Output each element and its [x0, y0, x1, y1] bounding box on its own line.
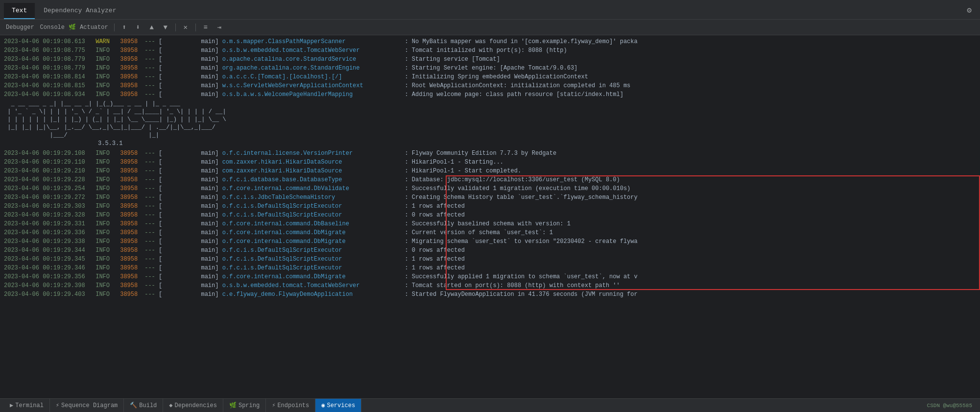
scroll-down-btn[interactable]: ⬇ [132, 22, 144, 33]
status-item-terminal[interactable]: ▶ Terminal [4, 399, 50, 412]
ascii-line-2: | '_ ` _ \| | | | '_ \ / _` | __| / __|_… [4, 108, 976, 116]
tab-text[interactable]: Text [4, 3, 35, 19]
log-line: 2023-04-06 00:19:29.210 INFO 38958 --- [… [0, 167, 980, 175]
log-area: 2023-04-06 00:19:08.613 WARN 38958 --- [… [0, 35, 980, 398]
sep3 [195, 24, 196, 31]
log-line: 2023-04-06 00:19:29.272 INFO 38958 --- [… [0, 193, 980, 202]
settings-icon[interactable]: ⚙ [962, 3, 976, 17]
menu-btn[interactable]: ≡ [200, 22, 212, 33]
log-line: 2023-04-06 00:19:29.403 INFO 38958 --- [… [0, 290, 980, 299]
debugger-label: Debugger [4, 24, 36, 31]
log-line: 2023-04-06 00:19:08.934 INFO 38958 --- [… [0, 90, 980, 99]
console-label: Console [38, 24, 67, 31]
status-bar: ▶ Terminal ⚡ Sequence Diagram 🔨 Build ◆ … [0, 398, 980, 412]
endpoints-label: Endpoints [277, 402, 309, 409]
log-line: 2023-04-06 00:19:08.775 INFO 38958 --- [… [0, 46, 980, 55]
endpoints-icon: ⚡ [272, 402, 275, 409]
prev-btn[interactable]: ▲ [146, 22, 158, 33]
log-line: 2023-04-06 00:19:08.779 INFO 38958 --- [… [0, 55, 980, 64]
log-line: 2023-04-06 00:19:29.108 INFO 38958 --- [… [0, 149, 980, 158]
log-line: 2023-04-06 00:19:29.346 INFO 38958 --- [… [0, 264, 980, 272]
sequence-diagram-label: Sequence Diagram [61, 402, 118, 409]
status-item-build[interactable]: 🔨 Build [124, 399, 163, 412]
log-line: 2023-04-06 00:19:29.344 INFO 38958 --- [… [0, 246, 980, 255]
align-btn[interactable]: ⇥ [214, 22, 225, 33]
log-line: 2023-04-06 00:19:08.815 INFO 38958 --- [… [0, 81, 980, 90]
next-btn[interactable]: ▼ [160, 22, 171, 33]
build-icon: 🔨 [130, 402, 137, 409]
log-line: 2023-04-06 00:19:29.303 INFO 38958 --- [… [0, 202, 980, 211]
ascii-line-4: |_| |_| |_|\__, |_.__/ \__,_|\__|_|___/ … [4, 123, 976, 131]
status-item-spring[interactable]: 🌿 Spring [223, 399, 266, 412]
log-line: 2023-04-06 00:19:29.398 INFO 38958 --- [… [0, 281, 980, 290]
close-btn[interactable]: ✕ [180, 22, 191, 33]
terminal-icon: ▶ [10, 402, 13, 409]
ascii-line-5: |___/ |_| [4, 131, 976, 139]
log-line: 2023-04-06 00:19:29.110 INFO 38958 --- [… [0, 158, 980, 167]
log-line: 2023-04-06 00:19:29.331 INFO 38958 --- [… [0, 219, 980, 228]
terminal-label: Terminal [15, 402, 44, 409]
ascii-art-area: _ __ ___ _ _| |__ __ _| |_(_)___ _ __ | … [0, 99, 980, 140]
version-line: 3.5.3.1 [0, 140, 980, 149]
build-label: Build [139, 402, 157, 409]
ascii-line-1: _ __ ___ _ _| |__ __ _| |_(_)___ _ __ | … [4, 100, 976, 108]
log-line: 2023-04-06 00:19:29.336 INFO 38958 --- [… [0, 228, 980, 237]
log-line: 2023-04-06 00:19:29.328 INFO 38958 --- [… [0, 211, 980, 219]
main-content: 2023-04-06 00:19:08.613 WARN 38958 --- [… [0, 35, 980, 398]
log-line: 2023-04-06 00:19:29.345 INFO 38958 --- [… [0, 255, 980, 264]
spring-label: Spring [239, 402, 260, 409]
actuator-label: Actuator [78, 24, 110, 31]
toolbar: Debugger Console 🌿 Actuator ⬆ ⬇ ▲ ▼ ✕ ≡ … [0, 20, 980, 35]
log-line: 2023-04-06 00:19:29.356 INFO 38958 --- [… [0, 272, 980, 281]
status-item-sequence-diagram[interactable]: ⚡ Sequence Diagram [50, 399, 124, 412]
spring-icon: 🌿 [229, 402, 237, 409]
status-right-text: CSDN @wu@55585 [923, 403, 976, 409]
actuator-icon: 🌿 [69, 24, 76, 31]
tab-dependency-analyzer[interactable]: Dependency Analyzer [36, 3, 124, 19]
dependencies-icon: ◆ [169, 402, 172, 409]
status-item-services[interactable]: ◉ Services [315, 399, 361, 412]
log-line: 2023-04-06 00:19:29.228 INFO 38958 --- [… [0, 175, 980, 184]
sep2 [175, 24, 176, 31]
services-icon: ◉ [321, 402, 325, 409]
ascii-line-3: | | | | | | |_| | |_) | (_| | |_| \__ \_… [4, 116, 976, 123]
tab-bar: Text Dependency Analyzer ⚙ [0, 0, 980, 20]
scroll-up-btn[interactable]: ⬆ [119, 22, 130, 33]
services-label: Services [327, 402, 355, 409]
log-line: 2023-04-06 00:19:08.613 WARN 38958 --- [… [0, 37, 980, 46]
sequence-diagram-icon: ⚡ [56, 402, 59, 409]
log-section-2: 2023-04-06 00:19:29.108 INFO 38958 --- [… [0, 149, 980, 299]
log-line: 2023-04-06 00:19:29.254 INFO 38958 --- [… [0, 184, 980, 193]
log-line: 2023-04-06 00:19:29.338 INFO 38958 --- [… [0, 237, 980, 246]
log-line: 2023-04-06 00:19:08.814 INFO 38958 --- [… [0, 73, 980, 81]
sep1 [114, 24, 115, 31]
log-line: 2023-04-06 00:19:08.779 INFO 38958 --- [… [0, 64, 980, 73]
dependencies-label: Dependencies [175, 402, 217, 409]
status-item-endpoints[interactable]: ⚡ Endpoints [266, 399, 315, 412]
status-item-dependencies[interactable]: ◆ Dependencies [163, 399, 223, 412]
